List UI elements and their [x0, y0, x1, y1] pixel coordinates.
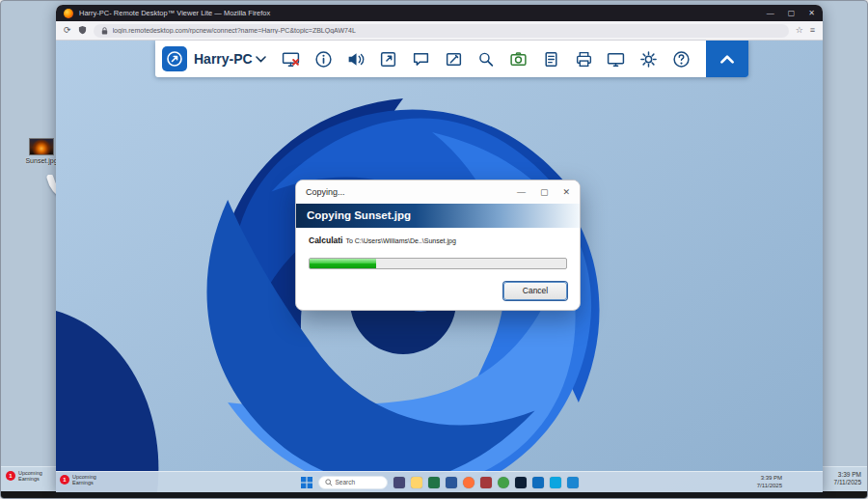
help-icon[interactable]: [667, 45, 694, 72]
dialog-title: Copying...: [306, 187, 517, 197]
copy-status-primary: Calculati: [309, 236, 342, 245]
reload-icon[interactable]: ⟳: [64, 26, 71, 35]
start-button[interactable]: [301, 477, 312, 488]
widgets-label: UpcomingEarnings: [18, 470, 42, 483]
access-icon[interactable]: [480, 477, 492, 488]
collapse-toolbar-button[interactable]: [706, 41, 748, 77]
url-text: login.remotedesktop.com/rpcnew/connect?n…: [113, 27, 356, 34]
search-icon: [325, 479, 333, 486]
lock-icon: [100, 22, 109, 40]
printer-icon[interactable]: [570, 45, 597, 72]
screen: Sunset.jpg 1 UpcomingEarnings 3:39 PM7/1…: [0, 0, 868, 499]
copy-dialog: Copying... — ▢ ✕ Copying Sunset.jpg Calc…: [295, 180, 581, 311]
copy-status: Calculati To C:\Users\Williams\De..\Suns…: [309, 236, 567, 245]
remote-desktop-logo-icon: [162, 46, 187, 71]
remote-widgets-button[interactable]: 1 UpcomingEarnings: [60, 474, 96, 486]
notification-badge: 1: [60, 475, 69, 485]
toolbar-icons: [266, 45, 706, 72]
session-display-off-icon[interactable]: [277, 45, 304, 72]
firefox-icon[interactable]: [463, 477, 475, 488]
widgets-label: UpcomingEarnings: [72, 474, 96, 486]
teams-icon[interactable]: [393, 477, 405, 488]
chevron-down-icon[interactable]: [256, 56, 266, 63]
remote-desktop-view: Harry-PC: [56, 41, 823, 492]
remote-clock[interactable]: 3:39 PM7/11/2025: [757, 475, 782, 489]
annotate-icon[interactable]: [440, 45, 467, 72]
outlook-icon[interactable]: [532, 477, 544, 488]
notes-icon[interactable]: [537, 45, 564, 72]
excel-icon[interactable]: [428, 477, 440, 488]
dialog-close-button[interactable]: ✕: [562, 188, 570, 197]
file-explorer-icon[interactable]: [411, 477, 422, 488]
host-clock[interactable]: 3:39 PM7/11/2025: [834, 471, 861, 486]
cancel-button[interactable]: Cancel: [503, 282, 567, 300]
onedrive-icon[interactable]: [550, 477, 561, 488]
word-icon[interactable]: [446, 477, 457, 488]
remote-taskbar: 1 UpcomingEarnings Search: [56, 471, 823, 492]
shield-icon[interactable]: [78, 25, 87, 37]
search-placeholder: Search: [336, 479, 356, 485]
menu-icon[interactable]: ≡: [810, 26, 815, 35]
info-icon[interactable]: [310, 45, 337, 72]
screen-edge: [1, 491, 867, 498]
dialog-minimize-button[interactable]: —: [517, 188, 526, 197]
browser-navbar: ⟳ login.remotedesktop.com/rpcnew/connect…: [56, 21, 823, 41]
window-close-button[interactable]: ✕: [808, 10, 815, 17]
url-bar[interactable]: login.remotedesktop.com/rpcnew/connect?n…: [94, 24, 789, 38]
chrome-icon[interactable]: [498, 477, 509, 488]
dialog-header-banner: Copying Sunset.jpg: [296, 204, 580, 228]
screenshot-camera-icon[interactable]: [505, 45, 532, 72]
taskbar-search[interactable]: Search: [318, 476, 388, 489]
host-widgets-button[interactable]: 1 UpcomingEarnings: [6, 470, 42, 483]
browser-titlebar[interactable]: Harry-PC- Remote Desktop™ Viewer Lite — …: [56, 5, 823, 21]
progress-bar: [309, 258, 567, 269]
notification-badge: 1: [6, 471, 15, 481]
copy-destination-path: To C:\Users\Williams\De..\Sunset.jpg: [345, 237, 455, 244]
firefox-window: Harry-PC- Remote Desktop™ Viewer Lite — …: [56, 5, 823, 492]
window-minimize-button[interactable]: —: [767, 10, 774, 17]
window-maximize-button[interactable]: ▢: [788, 10, 796, 17]
settings-gear-icon[interactable]: [636, 45, 663, 72]
mail-icon[interactable]: [567, 477, 579, 488]
display-icon[interactable]: [603, 45, 630, 72]
sunset-thumbnail: [29, 138, 54, 155]
photoshop-icon[interactable]: [515, 477, 527, 488]
dialog-maximize-button[interactable]: ▢: [540, 188, 549, 197]
bookmark-star-icon[interactable]: ☆: [796, 26, 803, 35]
dialog-titlebar[interactable]: Copying... — ▢ ✕: [296, 180, 580, 204]
volume-icon[interactable]: [342, 45, 369, 72]
window-title: Harry-PC- Remote Desktop™ Viewer Lite — …: [79, 9, 761, 17]
find-icon[interactable]: [473, 45, 500, 72]
remote-toolbar: Harry-PC: [155, 41, 748, 77]
fullscreen-icon[interactable]: [375, 45, 402, 72]
progress-fill: [310, 259, 376, 268]
taskbar-apps: [393, 477, 579, 488]
host-name-dropdown[interactable]: Harry-PC: [194, 51, 253, 67]
chat-icon[interactable]: [407, 45, 434, 72]
firefox-icon: [64, 9, 73, 18]
